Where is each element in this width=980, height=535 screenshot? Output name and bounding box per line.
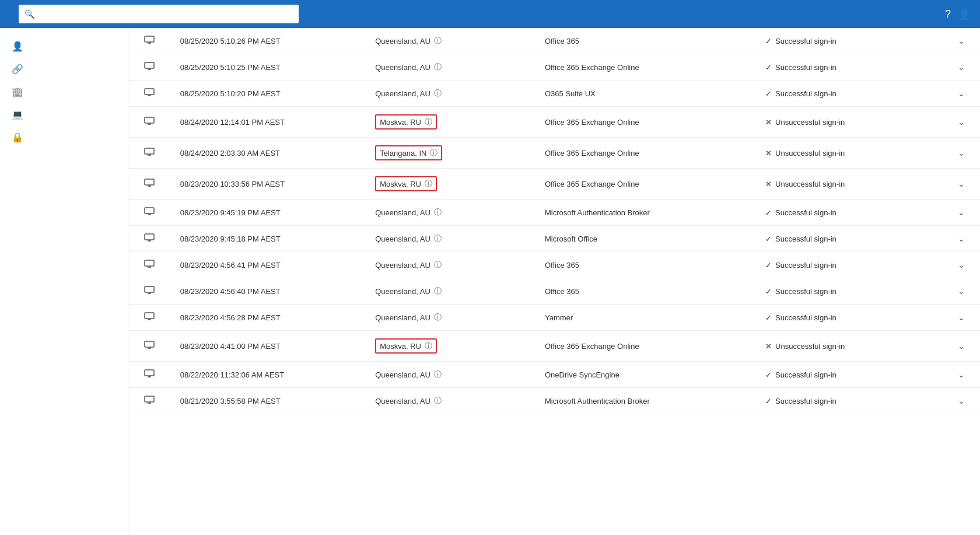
sidebar-item-devices[interactable]: 💻 — [0, 103, 128, 126]
location-cell: Queensland, AUⓘ — [375, 88, 526, 99]
chevron-down-icon[interactable]: ⌄ — [958, 89, 965, 98]
location-info-icon[interactable]: ⓘ — [434, 369, 442, 380]
row-location: Moskva, RUⓘ — [366, 169, 536, 200]
chevron-down-icon[interactable]: ⌄ — [958, 179, 965, 188]
table-row: 08/24/2020 12:14:01 PM AESTMoskva, RUⓘOf… — [128, 107, 980, 138]
row-status: ✓Successful sign-in — [756, 278, 943, 305]
table-row: 08/23/2020 9:45:18 PM AESTQueensland, AU… — [128, 226, 980, 252]
topbar-icons: ? 👤 — [945, 8, 971, 20]
chevron-down-icon[interactable]: ⌄ — [958, 234, 965, 243]
body-layout: 👤 🔗 🏢 💻 🔒 08/25/2020 5:10:26 PM AESTQuee… — [0, 28, 980, 535]
row-expand-button[interactable]: ⌄ — [943, 362, 980, 388]
user-icon[interactable]: 👤 — [958, 8, 971, 20]
location-info-icon[interactable]: ⓘ — [434, 207, 442, 218]
chevron-down-icon[interactable]: ⌄ — [958, 286, 965, 296]
sidebar-item-privacy[interactable]: 🔒 — [0, 126, 128, 149]
row-app: Office 365 Exchange Online — [536, 169, 756, 200]
row-status: ✓Successful sign-in — [756, 81, 943, 107]
svg-rect-27 — [145, 286, 154, 292]
row-expand-button[interactable]: ⌄ — [943, 252, 980, 278]
location-info-icon[interactable]: ⓘ — [434, 62, 442, 72]
row-expand-button[interactable]: ⌄ — [943, 305, 980, 331]
row-app: OneDrive SyncEngine — [536, 362, 756, 388]
location-info-icon[interactable]: ⓘ — [434, 260, 442, 270]
row-date: 08/24/2020 12:14:01 PM AEST — [171, 107, 366, 138]
sidebar-item-security-info[interactable]: 🔗 — [0, 58, 128, 81]
search-input[interactable] — [39, 10, 293, 19]
row-expand-button[interactable]: ⌄ — [943, 28, 980, 54]
location-info-icon[interactable]: ⓘ — [430, 148, 438, 158]
row-expand-button[interactable]: ⌄ — [943, 81, 980, 107]
location-text: Queensland, AU — [375, 370, 430, 379]
location-text: Moskva, RU — [380, 180, 421, 188]
table-row: 08/23/2020 4:56:41 PM AESTQueensland, AU… — [128, 252, 980, 278]
row-device-icon — [128, 107, 171, 138]
organisations-icon: 🏢 — [12, 86, 23, 97]
row-date: 08/23/2020 10:33:56 PM AEST — [171, 169, 366, 200]
status-text: Successful sign-in — [775, 63, 836, 72]
row-location: Queensland, AUⓘ — [366, 252, 536, 278]
flagged-location: Moskva, RUⓘ — [375, 338, 437, 354]
row-date: 08/23/2020 4:56:40 PM AEST — [171, 278, 366, 305]
row-expand-button[interactable]: ⌄ — [943, 54, 980, 81]
row-device-icon — [128, 81, 171, 107]
row-device-icon — [128, 362, 171, 388]
row-expand-button[interactable]: ⌄ — [943, 388, 980, 414]
row-status: ✓Successful sign-in — [756, 54, 943, 81]
chevron-down-icon[interactable]: ⌄ — [958, 62, 965, 72]
row-status: ✓Successful sign-in — [756, 252, 943, 278]
location-info-icon[interactable]: ⓘ — [434, 36, 442, 46]
row-expand-button[interactable]: ⌄ — [943, 226, 980, 252]
svg-rect-12 — [145, 148, 154, 154]
row-expand-button[interactable]: ⌄ — [943, 169, 980, 200]
chevron-down-icon[interactable]: ⌄ — [958, 313, 965, 322]
location-info-icon[interactable]: ⓘ — [434, 396, 442, 406]
chevron-down-icon[interactable]: ⌄ — [958, 117, 965, 127]
row-expand-button[interactable]: ⌄ — [943, 200, 980, 226]
location-cell: Queensland, AUⓘ — [375, 312, 526, 323]
row-location: Moskva, RUⓘ — [366, 331, 536, 362]
sidebar-item-organisations[interactable]: 🏢 — [0, 81, 128, 103]
row-expand-button[interactable]: ⌄ — [943, 278, 980, 305]
success-icon: ✓ — [765, 370, 772, 379]
status-text: Successful sign-in — [775, 235, 836, 243]
table-row: 08/25/2020 5:10:25 PM AESTQueensland, AU… — [128, 54, 980, 81]
success-icon: ✓ — [765, 37, 772, 46]
help-icon[interactable]: ? — [945, 8, 951, 20]
location-info-icon[interactable]: ⓘ — [434, 88, 442, 99]
success-icon: ✓ — [765, 287, 772, 296]
search-box: 🔍 — [19, 5, 299, 23]
sign-in-table-container[interactable]: 08/25/2020 5:10:26 PM AESTQueensland, AU… — [128, 28, 980, 535]
status-text: Successful sign-in — [775, 89, 836, 98]
location-cell: Queensland, AUⓘ — [375, 207, 526, 218]
chevron-down-icon[interactable]: ⌄ — [958, 148, 965, 158]
chevron-down-icon[interactable]: ⌄ — [958, 208, 965, 217]
svg-rect-15 — [145, 179, 154, 185]
sidebar-item-overview[interactable]: 👤 — [0, 35, 128, 58]
row-app: Office 365 Exchange Online — [536, 331, 756, 362]
chevron-down-icon[interactable]: ⌄ — [958, 36, 965, 46]
row-location: Queensland, AUⓘ — [366, 28, 536, 54]
row-expand-button[interactable]: ⌄ — [943, 107, 980, 138]
row-expand-button[interactable]: ⌄ — [943, 331, 980, 362]
location-info-icon[interactable]: ⓘ — [425, 341, 432, 351]
chevron-down-icon[interactable]: ⌄ — [958, 370, 965, 379]
svg-rect-3 — [145, 62, 154, 68]
success-icon: ✓ — [765, 89, 772, 98]
location-info-icon[interactable]: ⓘ — [434, 286, 442, 296]
table-row: 08/23/2020 9:45:19 PM AESTQueensland, AU… — [128, 200, 980, 226]
chevron-down-icon[interactable]: ⌄ — [958, 260, 965, 270]
location-info-icon[interactable]: ⓘ — [425, 179, 432, 189]
chevron-down-icon[interactable]: ⌄ — [958, 396, 965, 405]
location-info-icon[interactable]: ⓘ — [434, 312, 442, 323]
success-icon: ✓ — [765, 63, 772, 72]
chevron-down-icon[interactable]: ⌄ — [958, 341, 965, 351]
table-row: 08/21/2020 3:55:58 PM AESTQueensland, AU… — [128, 388, 980, 414]
row-expand-button[interactable]: ⌄ — [943, 138, 980, 169]
location-info-icon[interactable]: ⓘ — [425, 117, 432, 127]
row-status: ✓Successful sign-in — [756, 226, 943, 252]
main-content: 08/25/2020 5:10:26 PM AESTQueensland, AU… — [128, 28, 980, 535]
row-device-icon — [128, 331, 171, 362]
svg-rect-36 — [145, 370, 154, 376]
location-info-icon[interactable]: ⓘ — [434, 233, 442, 244]
